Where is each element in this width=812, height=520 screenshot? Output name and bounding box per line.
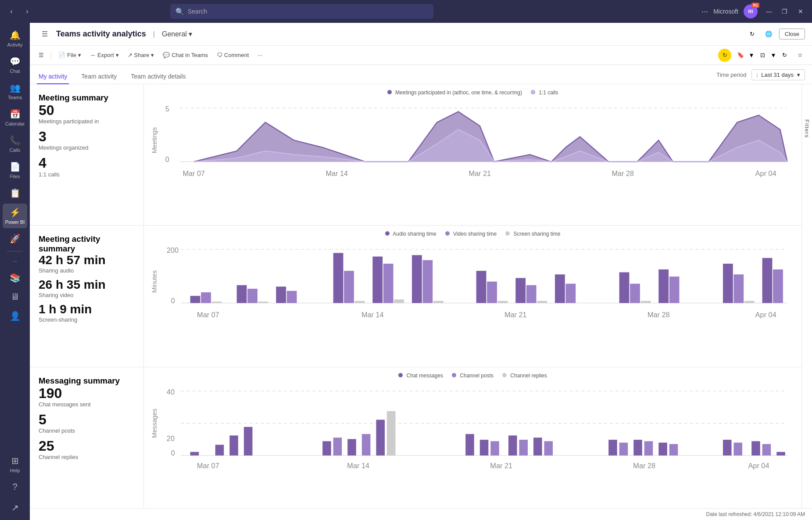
sidebar: 🔔 Activity 💬 Chat 👥 Teams 📅 Calendar 📞 C… [0, 23, 30, 520]
sidebar-item-chat[interactable]: 💬 Chat [3, 53, 27, 77]
menu-button[interactable]: ☰ [35, 50, 47, 60]
filters-sidebar[interactable]: Filters [801, 84, 812, 508]
legend-dot-calls [531, 90, 535, 94]
meetings-participated-label: Meetings participated in [39, 118, 135, 125]
tab-team-activity-details[interactable]: Team activity details [129, 69, 187, 84]
channel-replies-label: Channel replies [39, 454, 135, 460]
svg-rect-38 [565, 284, 576, 303]
sidebar-item-calendar[interactable]: 📅 Calendar [3, 105, 27, 130]
apps-icon: ⊞ [11, 455, 19, 466]
calls-label: 1:1 calls [39, 171, 135, 178]
svg-rect-84 [723, 440, 732, 455]
legend-dot-audio [385, 231, 390, 236]
comment-button[interactable]: 🗨 Comment [213, 50, 252, 60]
more-toolbar-button[interactable]: ··· [254, 50, 266, 60]
sidebar-item-user[interactable]: 👤 [3, 307, 27, 325]
sidebar-item-monitor[interactable]: 🖥 [3, 288, 27, 305]
analytics-rows: Meeting summary 50 Meetings participated… [30, 84, 801, 508]
sidebar-item-calls[interactable]: 📞 Calls [3, 132, 27, 156]
file-button[interactable]: 📄 File ▾ [55, 50, 85, 60]
tab-my-activity[interactable]: My activity [37, 69, 69, 84]
sidebar-label-calendar: Calendar [5, 121, 25, 126]
sidebar-item-teams[interactable]: 👥 Teams [3, 79, 27, 104]
time-period-control: Time period | Last 31 days ▾ [716, 69, 805, 84]
channel-posts-value: 5 [39, 412, 135, 427]
hamburger-button[interactable]: ☰ [37, 26, 53, 42]
export-button[interactable]: ↔ Export ▾ [86, 50, 122, 60]
sidebar-item-board[interactable]: 📋 [3, 184, 27, 202]
globe-button[interactable]: 🌐 [762, 28, 776, 41]
sidebar-item-apps[interactable]: ⊞ Help [3, 452, 27, 477]
messaging-chart: 40 20 0 [151, 384, 794, 498]
navigation-controls: ‹ › [5, 5, 33, 18]
legend-calls: 1:1 calls [531, 90, 558, 96]
sidebar-item-external[interactable]: ↗ [3, 499, 27, 516]
svg-text:0: 0 [165, 155, 169, 163]
legend-audio: Audio sharing time [385, 231, 436, 237]
meetings-chart: 5 0 Mar 07 Mar 14 Mar 21 [151, 101, 794, 201]
time-period-select[interactable]: | Last 31 days ▾ [751, 69, 805, 80]
activity-chart-area: Audio sharing time Video sharing time Sc… [144, 226, 801, 366]
restore-button[interactable]: ❐ [779, 5, 791, 18]
svg-rect-70 [387, 411, 396, 455]
messaging-chart-area: Chat messages Channel posts Channel repl… [144, 367, 801, 508]
bookmark-button[interactable]: 🔖 [734, 49, 747, 62]
legend-chat: Chat messages [398, 373, 443, 379]
svg-text:5: 5 [165, 105, 169, 113]
chat-messages-label: Chat messages sent [39, 401, 135, 408]
meeting-summary-card: Meeting summary 50 Meetings participated… [30, 84, 144, 225]
refresh-header-button[interactable]: ↻ [746, 28, 759, 41]
window-controls: — ❐ ✕ [763, 5, 807, 18]
close-window-button[interactable]: ✕ [794, 5, 807, 18]
messaging-summary-card: Messaging summary 190 Chat messages sent… [30, 367, 144, 508]
sidebar-label-powerbi: Power BI [5, 219, 25, 225]
refresh-toolbar-button[interactable]: ↻ [718, 49, 731, 62]
share-button[interactable]: ↗ Share ▾ [124, 50, 158, 60]
toolbar: ☰ 📄 File ▾ ↔ Export ▾ ↗ Share ▾ 💬 Chat i… [30, 46, 812, 65]
meetings-chart-area: Meetings participated in (adhoc, one tim… [144, 84, 801, 225]
svg-text:Mar 14: Mar 14 [347, 462, 369, 470]
tab-team-activity[interactable]: Team activity [79, 69, 118, 84]
more-options-button[interactable]: ··· [701, 7, 708, 16]
back-button[interactable]: ‹ [5, 5, 18, 18]
svg-rect-20 [276, 287, 286, 303]
svg-text:40: 40 [167, 388, 175, 396]
forward-button[interactable]: › [21, 5, 33, 18]
sidebar-item-activity[interactable]: 🔔 Activity [3, 26, 27, 51]
legend-dot-video [445, 231, 450, 236]
sidebar-item-help[interactable]: ? [3, 478, 27, 497]
sidebar-item-rocket[interactable]: 🚀 [3, 230, 27, 247]
toolbar-separator-1 [51, 51, 51, 60]
svg-rect-44 [723, 264, 733, 303]
svg-rect-27 [394, 300, 404, 303]
chat-in-teams-label: Chat in Teams [172, 52, 208, 58]
svg-rect-46 [744, 301, 755, 303]
refresh-button-2[interactable]: ↻ [778, 49, 791, 62]
svg-rect-76 [533, 438, 542, 455]
sidebar-item-files[interactable]: 📄 Files [3, 158, 27, 183]
export-label: Export [97, 52, 114, 58]
chat-in-teams-button[interactable]: 💬 Chat in Teams [159, 50, 211, 60]
minimize-button[interactable]: — [763, 5, 775, 18]
star-button[interactable]: ☆ [794, 49, 807, 62]
sidebar-item-powerbi[interactable]: ⚡ Power BI [3, 204, 27, 228]
svg-rect-47 [762, 258, 773, 303]
footer-bar: Date last refreshed: 4/6/2021 12:10:09 A… [30, 508, 812, 520]
svg-rect-28 [412, 255, 422, 303]
sidebar-item-more[interactable]: ··· [3, 255, 27, 267]
legend-channel-posts: Channel posts [452, 373, 494, 379]
avatar[interactable]: RI R1 [744, 4, 758, 18]
sidebar-item-book[interactable]: 📚 [3, 269, 27, 287]
svg-rect-24 [355, 301, 365, 303]
svg-rect-67 [347, 439, 356, 455]
channel-selector[interactable]: General ▾ [162, 30, 192, 38]
svg-rect-83 [669, 444, 678, 455]
svg-rect-29 [422, 260, 433, 303]
search-bar[interactable]: 🔍 [170, 4, 433, 19]
close-button[interactable]: Close [779, 29, 805, 39]
layout-button[interactable]: ⊡ [756, 49, 769, 62]
share-label: Share [134, 52, 150, 58]
rocket-icon: 🚀 [10, 233, 21, 244]
activity-chart: 200 0 [151, 242, 794, 342]
search-input[interactable] [188, 8, 428, 15]
